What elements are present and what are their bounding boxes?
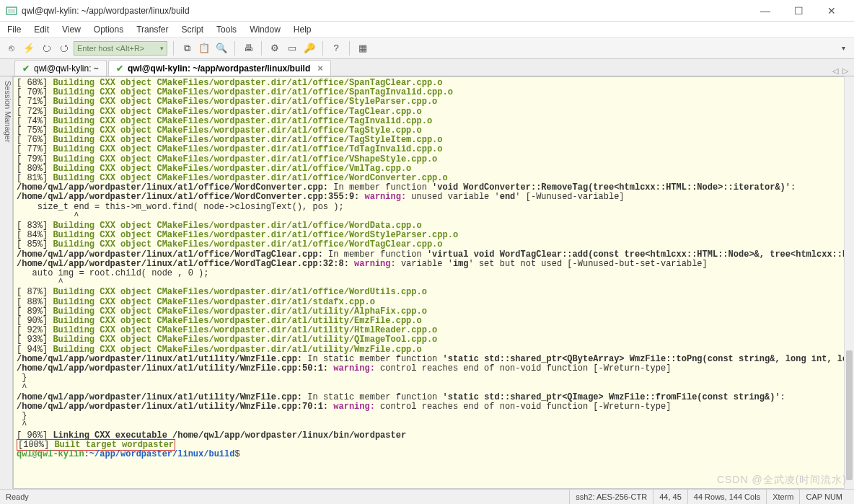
scrollbar[interactable] xyxy=(844,76,854,489)
menu-help[interactable]: Help xyxy=(294,25,312,35)
menu-transfer[interactable]: Transfer xyxy=(136,25,168,35)
find-icon[interactable]: 🔍 xyxy=(214,41,229,56)
help-icon[interactable]: ? xyxy=(329,41,343,56)
key-icon[interactable]: 🔑 xyxy=(302,41,317,56)
status-connection: ssh2: AES-256-CTR xyxy=(569,490,653,504)
check-icon: ✔ xyxy=(116,63,123,74)
menu-view[interactable]: View xyxy=(62,25,81,35)
status-caps: CAP NUM xyxy=(799,490,848,504)
session-manager-panel[interactable]: Session Manager xyxy=(0,76,13,489)
disconnect-icon[interactable]: ⭯ xyxy=(56,41,71,56)
scrollbar-thumb[interactable] xyxy=(846,350,853,480)
terminal-output[interactable]: [ 68%] Building CXX object CMakeFiles/wo… xyxy=(13,76,853,489)
print-icon[interactable]: 🖶 xyxy=(241,41,255,56)
toolbar: ⎋ ⚡ ⭮ ⭯ Enter host <Alt+R>▾ ⧉ 📋 🔍 🖶 ⚙ ▭ … xyxy=(0,37,854,59)
menu-options[interactable]: Options xyxy=(94,25,123,35)
connect-icon[interactable]: ⎋ xyxy=(4,41,19,56)
close-button[interactable]: ✕ xyxy=(815,0,848,22)
host-placeholder: Enter host <Alt+R> xyxy=(77,44,144,53)
host-input[interactable]: Enter host <Alt+R>▾ xyxy=(74,41,167,56)
tab-next-icon[interactable]: ▷ xyxy=(842,66,848,76)
status-ready: Ready xyxy=(6,492,569,501)
dropdown-icon[interactable]: ▾ xyxy=(160,45,164,52)
statusbar: Ready ssh2: AES-256-CTR 44, 45 44 Rows, … xyxy=(0,489,854,504)
menu-edit[interactable]: Edit xyxy=(34,25,49,35)
status-term-type: Xterm xyxy=(766,490,799,504)
titlebar: qwl@qwl-kylin: ~/app/wordpaster/linux/bu… xyxy=(0,0,854,22)
paste-icon[interactable]: 📋 xyxy=(197,41,211,56)
settings-icon[interactable]: ⚙ xyxy=(268,41,282,56)
status-cursor-pos: 44, 45 xyxy=(653,490,687,504)
reconnect-icon[interactable]: ⭮ xyxy=(39,41,53,56)
menubar: File Edit View Options Transfer Script T… xyxy=(0,22,854,37)
window-title: qwl@qwl-kylin: ~/app/wordpaster/linux/bu… xyxy=(22,6,749,16)
grid-icon[interactable]: ▦ xyxy=(356,41,370,56)
menu-file[interactable]: File xyxy=(7,25,21,35)
menu-script[interactable]: Script xyxy=(181,25,203,35)
copy-icon[interactable]: ⧉ xyxy=(180,41,194,56)
quick-connect-icon[interactable]: ⚡ xyxy=(22,41,36,56)
status-size: 44 Rows, 144 Cols xyxy=(687,490,766,504)
session-icon[interactable]: ▭ xyxy=(285,41,299,56)
check-icon: ✔ xyxy=(22,63,30,74)
minimize-button[interactable]: — xyxy=(749,0,782,22)
window-controls: — ☐ ✕ xyxy=(749,0,848,22)
toolbar-overflow[interactable]: ▾ xyxy=(842,44,850,52)
tab-session-1[interactable]: ✔ qwl@qwl-kylin: ~ xyxy=(14,60,107,76)
tab-session-2[interactable]: ✔ qwl@qwl-kylin: ~/app/wordpaster/linux/… xyxy=(108,60,331,76)
tab-prev-icon[interactable]: ◁ xyxy=(832,66,838,76)
svg-rect-1 xyxy=(8,9,15,13)
menu-tools[interactable]: Tools xyxy=(216,25,237,35)
maximize-button[interactable]: ☐ xyxy=(782,0,815,22)
close-tab-icon[interactable]: × xyxy=(317,63,323,74)
tab-label: qwl@qwl-kylin: ~ xyxy=(34,63,99,74)
app-icon xyxy=(6,5,17,17)
tabbar: ✔ qwl@qwl-kylin: ~ ✔ qwl@qwl-kylin: ~/ap… xyxy=(0,59,854,76)
tab-label: qwl@qwl-kylin: ~/app/wordpaster/linux/bu… xyxy=(128,63,310,74)
menu-window[interactable]: Window xyxy=(250,25,281,35)
watermark: CSDN @全武凌(时间流水) xyxy=(717,474,847,487)
